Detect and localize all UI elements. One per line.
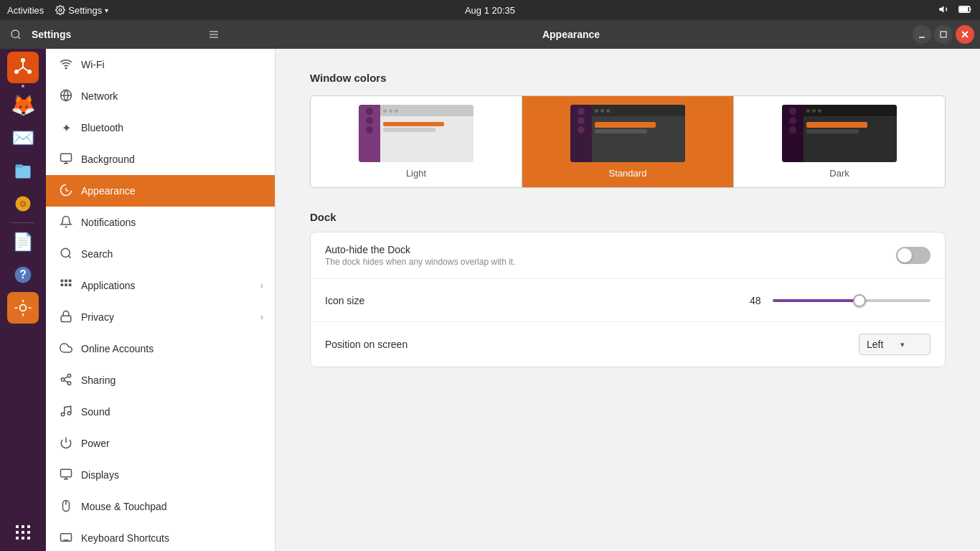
applications-arrow-icon: › xyxy=(260,281,263,291)
svg-rect-2 xyxy=(960,6,969,11)
sidebar-label-bluetooth: Bluetooth xyxy=(81,122,263,133)
search-sidebar-icon xyxy=(60,247,72,262)
sidebar-item-sharing[interactable]: Sharing xyxy=(46,364,275,396)
svg-point-12 xyxy=(21,58,25,62)
window-titlebar: Settings Appearance xyxy=(0,20,980,49)
sidebar-item-sound[interactable]: Sound xyxy=(46,396,275,428)
icon-size-slider-thumb[interactable] xyxy=(853,294,866,307)
icon-size-slider-track[interactable] xyxy=(773,299,930,302)
datetime-display: Aug 1 20:35 xyxy=(465,5,515,16)
icon-size-row: Icon size 48 xyxy=(311,279,945,322)
sound-icon xyxy=(60,405,72,420)
svg-rect-40 xyxy=(61,279,64,282)
mouse-icon xyxy=(60,499,72,514)
svg-rect-45 xyxy=(69,283,72,286)
privacy-arrow-icon: › xyxy=(260,312,263,322)
svg-point-0 xyxy=(60,9,62,11)
content-area: Window colors xyxy=(275,49,980,551)
svg-rect-32 xyxy=(27,531,30,534)
theme-dark-option[interactable]: Dark xyxy=(734,96,945,187)
files-icon[interactable] xyxy=(7,155,39,187)
system-settings-icon[interactable] xyxy=(7,292,39,324)
icon-size-label: Icon size xyxy=(325,295,364,306)
sidebar-label-mouse: Mouse & Touchpad xyxy=(81,501,263,512)
dock-indicator xyxy=(22,85,24,88)
hamburger-button[interactable] xyxy=(204,24,224,44)
sidebar-label-power: Power xyxy=(81,438,263,449)
svg-rect-44 xyxy=(65,283,67,286)
svg-rect-19 xyxy=(16,164,24,167)
firefox-icon[interactable]: 🦊 xyxy=(7,89,39,121)
background-icon xyxy=(60,152,72,167)
rhythmbox-icon[interactable] xyxy=(7,188,39,220)
close-button[interactable] xyxy=(956,25,974,44)
thunderbird-icon[interactable]: ✉️ xyxy=(7,122,39,154)
keyboard-icon xyxy=(60,531,72,546)
sidebar-item-privacy[interactable]: Privacy › xyxy=(46,301,275,333)
sidebar-item-search[interactable]: Search xyxy=(46,238,275,270)
ubuntu-icon[interactable] xyxy=(7,52,39,83)
sidebar-item-bluetooth[interactable]: ✦ Bluetooth xyxy=(46,112,275,143)
dropdown-arrow-icon: ▾ xyxy=(900,340,905,349)
show-apps-icon[interactable] xyxy=(7,517,39,548)
dock-settings-panel: Auto-hide the Dock The dock hides when a… xyxy=(310,232,946,367)
svg-point-22 xyxy=(22,202,24,205)
sidebar-item-notifications[interactable]: Notifications xyxy=(46,207,275,238)
position-row: Position on screen Left ▾ xyxy=(311,322,945,367)
sidebar-label-displays: Displays xyxy=(81,469,263,481)
online-accounts-icon xyxy=(60,342,72,357)
position-label: Position on screen xyxy=(325,339,859,350)
network-icon xyxy=(60,89,72,104)
color-themes-selector: Light xyxy=(310,95,946,188)
svg-rect-35 xyxy=(27,537,30,540)
notifications-icon xyxy=(60,215,72,230)
sidebar-item-background[interactable]: Background xyxy=(46,143,275,175)
maximize-button[interactable] xyxy=(934,25,953,44)
sidebar-title: Settings xyxy=(32,29,71,40)
autohide-subtitle: The dock hides when any windows overlap … xyxy=(325,257,896,267)
sidebar-item-wifi[interactable]: Wi-Fi xyxy=(46,49,275,80)
settings-window: Settings Appearance xyxy=(0,20,980,551)
sidebar-item-mouse[interactable]: Mouse & Touchpad xyxy=(46,491,275,522)
position-dropdown[interactable]: Left ▾ xyxy=(859,334,930,355)
autohide-row: Auto-hide the Dock The dock hides when a… xyxy=(311,232,945,279)
battery-icon[interactable] xyxy=(958,4,973,17)
sidebar-item-network[interactable]: Network xyxy=(46,80,275,112)
activities-button[interactable]: Activities xyxy=(7,5,44,16)
displays-icon xyxy=(60,468,72,483)
topbar: Activities Settings ▾ Aug 1 20:35 xyxy=(0,0,980,20)
dark-theme-label: Dark xyxy=(829,168,849,179)
svg-rect-8 xyxy=(941,32,946,37)
svg-rect-27 xyxy=(16,525,19,528)
svg-rect-43 xyxy=(61,283,64,286)
help-icon[interactable]: ? xyxy=(7,259,39,291)
volume-icon[interactable] xyxy=(938,4,950,17)
applications-icon xyxy=(60,278,72,293)
settings-menu-button[interactable]: Settings ▾ xyxy=(55,5,108,16)
theme-light-option[interactable]: Light xyxy=(311,96,522,187)
chevron-down-icon: ▾ xyxy=(105,6,108,14)
svg-rect-53 xyxy=(61,469,72,477)
dock-section-title: Dock xyxy=(310,211,946,223)
sidebar-item-applications[interactable]: Applications › xyxy=(46,270,275,301)
appearance-icon xyxy=(60,184,72,199)
dock-divider xyxy=(11,222,34,223)
autohide-title: Auto-hide the Dock xyxy=(325,244,896,255)
svg-rect-33 xyxy=(16,537,19,540)
light-theme-preview xyxy=(359,105,473,162)
settings-sidebar: Wi-Fi Network ✦ Bluetooth xyxy=(46,49,275,551)
autohide-toggle[interactable] xyxy=(896,247,930,264)
bluetooth-icon: ✦ xyxy=(60,121,72,135)
sidebar-item-power[interactable]: Power xyxy=(46,428,275,459)
search-button[interactable] xyxy=(6,24,26,44)
sidebar-item-appearance[interactable]: Appearance xyxy=(46,175,275,207)
minimize-button[interactable] xyxy=(913,25,931,44)
sidebar-item-keyboard[interactable]: Keyboard Shortcuts xyxy=(46,522,275,551)
icon-size-value: 48 xyxy=(750,295,767,306)
sidebar-label-appearance: Appearance xyxy=(81,185,263,197)
theme-standard-option[interactable]: Standard xyxy=(522,96,734,187)
svg-point-51 xyxy=(67,411,71,415)
sidebar-item-online-accounts[interactable]: Online Accounts xyxy=(46,333,275,364)
sidebar-item-displays[interactable]: Displays xyxy=(46,459,275,491)
writer-icon[interactable]: 📄 xyxy=(7,226,39,258)
